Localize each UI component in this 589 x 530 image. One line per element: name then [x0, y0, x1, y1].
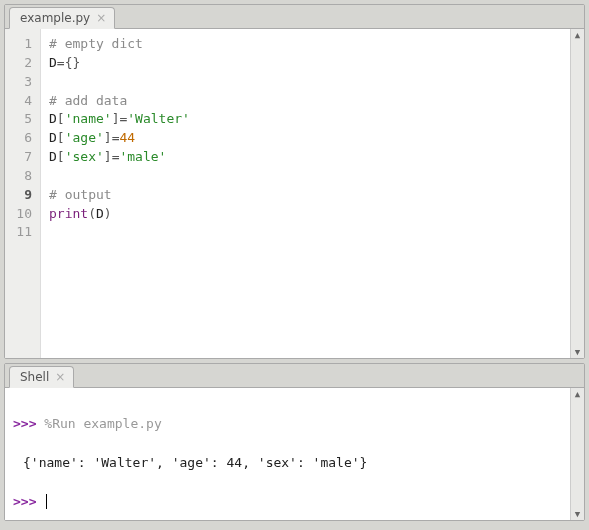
code-token: 'male' [119, 149, 166, 164]
line-number: 9 [9, 186, 32, 205]
code-token: 'sex' [65, 149, 104, 164]
cursor-icon [46, 494, 47, 509]
code-line[interactable]: # empty dict [49, 35, 576, 54]
code-line[interactable]: # add data [49, 92, 576, 111]
code-line[interactable]: D['name']='Walter' [49, 110, 576, 129]
code-line[interactable] [49, 73, 576, 92]
code-token: D [96, 206, 104, 221]
code-line[interactable]: # output [49, 186, 576, 205]
code-token: = [57, 55, 65, 70]
line-number: 11 [9, 223, 32, 242]
editor-scrollbar[interactable]: ▲ ▼ [570, 29, 584, 358]
line-number: 8 [9, 167, 32, 186]
shell-prompt: >>> [13, 494, 36, 509]
code-token: 'name' [65, 111, 112, 126]
code-token: [ [57, 130, 65, 145]
scroll-up-icon[interactable]: ▲ [572, 29, 584, 41]
editor-pane: example.py × 1234567891011 # empty dictD… [4, 4, 585, 359]
shell-tab-label: Shell [20, 370, 49, 384]
shell-prompt: >>> [13, 416, 36, 431]
shell-run-command: %Run example.py [44, 416, 161, 431]
scroll-down-icon[interactable]: ▼ [572, 508, 584, 520]
code-token: # empty dict [49, 36, 143, 51]
code-line[interactable] [49, 223, 576, 242]
line-number: 3 [9, 73, 32, 92]
scroll-down-icon[interactable]: ▼ [572, 346, 584, 358]
shell-tab[interactable]: Shell × [9, 366, 74, 388]
line-number: 6 [9, 129, 32, 148]
line-number: 5 [9, 110, 32, 129]
code-token: 'Walter' [127, 111, 190, 126]
shell-body[interactable]: >>> %Run example.py {'name': 'Walter', '… [5, 388, 584, 520]
editor-body[interactable]: 1234567891011 # empty dictD={} # add dat… [5, 29, 584, 358]
shell-pane: Shell × >>> %Run example.py {'name': 'Wa… [4, 363, 585, 521]
editor-tab-label: example.py [20, 11, 90, 25]
line-number: 7 [9, 148, 32, 167]
close-icon[interactable]: × [55, 371, 65, 383]
code-token: # add data [49, 93, 127, 108]
shell-scrollbar[interactable]: ▲ ▼ [570, 388, 584, 520]
line-gutter: 1234567891011 [5, 29, 41, 358]
code-token: [ [57, 149, 65, 164]
line-number: 1 [9, 35, 32, 54]
code-line[interactable]: D['age']=44 [49, 129, 576, 148]
code-token: ( [88, 206, 96, 221]
code-token: [ [57, 111, 65, 126]
code-line[interactable]: D['sex']='male' [49, 148, 576, 167]
editor-tab[interactable]: example.py × [9, 7, 115, 29]
shell-output: {'name': 'Walter', 'age': 44, 'sex': 'ma… [13, 455, 367, 470]
code-token: ] [104, 149, 112, 164]
code-token: 44 [119, 130, 135, 145]
code-token: ) [104, 206, 112, 221]
code-line[interactable]: print(D) [49, 205, 576, 224]
code-token: D [49, 149, 57, 164]
code-token: 'age' [65, 130, 104, 145]
code-token: D [49, 130, 57, 145]
code-line[interactable]: D={} [49, 54, 576, 73]
line-number: 2 [9, 54, 32, 73]
code-line[interactable] [49, 167, 576, 186]
close-icon[interactable]: × [96, 12, 106, 24]
shell-tabbar: Shell × [5, 364, 584, 388]
scroll-up-icon[interactable]: ▲ [572, 388, 584, 400]
line-number: 10 [9, 205, 32, 224]
code-area[interactable]: # empty dictD={} # add dataD['name']='Wa… [41, 29, 584, 358]
code-token: ] [104, 130, 112, 145]
code-token: D [49, 111, 57, 126]
code-token: # output [49, 187, 112, 202]
code-token: print [49, 206, 88, 221]
line-number: 4 [9, 92, 32, 111]
code-token: D [49, 55, 57, 70]
editor-tabbar: example.py × [5, 5, 584, 29]
code-token: {} [65, 55, 81, 70]
